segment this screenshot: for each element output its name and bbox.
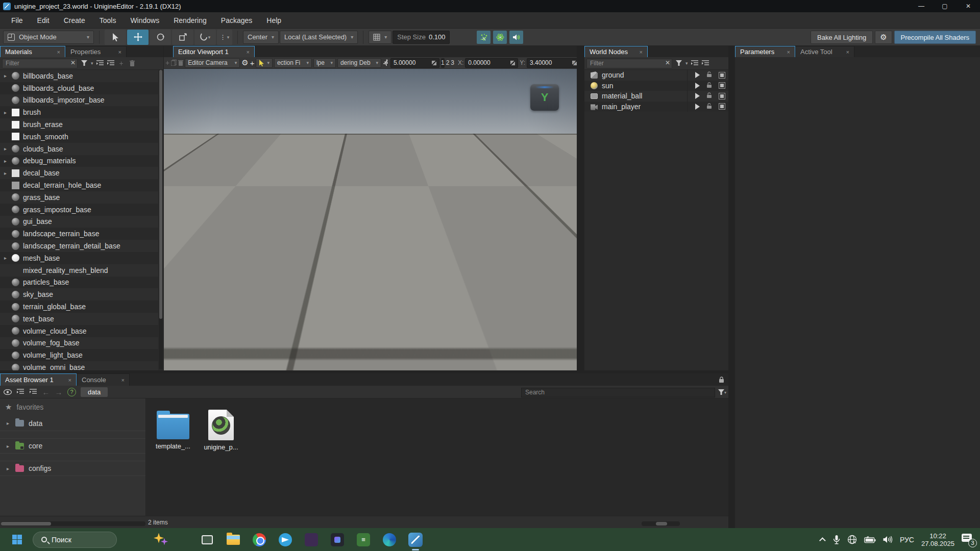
drag-resize-icon[interactable] bbox=[510, 61, 515, 65]
select-pointer-icon[interactable] bbox=[695, 104, 700, 110]
material-row[interactable]: gui_base bbox=[0, 216, 158, 228]
collapse-all-icon[interactable] bbox=[16, 388, 24, 396]
tab-asset-browser-1[interactable]: Asset Browser 1 × bbox=[0, 373, 77, 386]
move-tool-button[interactable] bbox=[127, 30, 149, 45]
material-row[interactable]: terrain_global_base bbox=[0, 300, 158, 313]
expander-icon[interactable]: ▸ bbox=[5, 466, 11, 471]
select-pointer-icon[interactable] bbox=[695, 83, 700, 89]
speed-preset-3[interactable]: 3 bbox=[451, 58, 454, 68]
select-pointer-icon[interactable] bbox=[695, 93, 700, 99]
filter-funnel-icon[interactable] bbox=[80, 59, 88, 67]
close-icon[interactable]: × bbox=[247, 49, 250, 55]
materials-filter-input[interactable] bbox=[2, 59, 78, 68]
visibility-eye-icon[interactable] bbox=[4, 388, 12, 396]
select-tool-button[interactable] bbox=[105, 30, 126, 45]
add-camera-icon[interactable]: + bbox=[165, 59, 169, 67]
material-row[interactable]: landscape_terrain_base bbox=[0, 228, 158, 240]
sound-toggle-button[interactable] bbox=[509, 31, 523, 44]
basis-combo[interactable]: Local (Last Selected) ▾ bbox=[280, 31, 358, 44]
taskbar-app-dark-app[interactable] bbox=[329, 531, 346, 548]
viewport-3d-view[interactable]: Y bbox=[164, 69, 577, 370]
taskbar-app-chrome[interactable] bbox=[251, 531, 268, 548]
speed-preset-2[interactable]: 2 bbox=[446, 58, 450, 68]
material-row[interactable]: grass_base bbox=[0, 191, 158, 204]
help-icon[interactable]: ? bbox=[67, 388, 76, 396]
unlock-icon[interactable] bbox=[706, 82, 712, 90]
tab-editor-viewport-1[interactable]: Editor Viewport 1 × bbox=[173, 46, 255, 57]
helpers-combo[interactable]: lpe ▾ bbox=[313, 58, 336, 68]
camera-combo[interactable]: Editor Camera ▾ bbox=[185, 58, 240, 68]
material-row[interactable]: billboards_cloud_base bbox=[0, 82, 158, 94]
taskbar-search-box[interactable]: Поиск bbox=[33, 532, 117, 548]
rotate-tool-button[interactable] bbox=[150, 30, 171, 45]
menu-item-file[interactable]: File bbox=[4, 12, 30, 29]
clear-filter-icon[interactable]: ✕ bbox=[665, 59, 670, 66]
close-icon[interactable]: × bbox=[121, 377, 125, 383]
duplicate-camera-icon[interactable] bbox=[171, 59, 177, 67]
material-row[interactable]: volume_omni_base bbox=[0, 361, 158, 370]
taskbar-app-green-app[interactable]: ≡ bbox=[355, 531, 372, 548]
tab-properties[interactable]: Properties × bbox=[65, 46, 127, 57]
physics-toggle-button[interactable] bbox=[493, 31, 507, 44]
sidebar-item-core[interactable]: ▸core bbox=[0, 438, 145, 454]
camera-settings-gear-icon[interactable]: ⚙ bbox=[241, 59, 248, 67]
expander-icon[interactable]: ▸ bbox=[3, 146, 8, 152]
particles-toggle-button[interactable] bbox=[477, 31, 491, 44]
start-button[interactable] bbox=[8, 531, 26, 548]
add-icon[interactable]: + bbox=[250, 59, 255, 67]
sidebar-item-data[interactable]: ▸data bbox=[0, 416, 145, 431]
material-row[interactable]: ▸decal_base bbox=[0, 167, 158, 179]
snap-tool-button[interactable]: ▾ bbox=[194, 30, 216, 45]
task-view-button[interactable] bbox=[199, 531, 216, 548]
enabled-checkbox-icon[interactable] bbox=[719, 103, 725, 110]
add-material-icon[interactable]: + bbox=[117, 59, 126, 67]
node-row-sun[interactable]: sun bbox=[584, 81, 728, 91]
scale-tool-button[interactable] bbox=[172, 30, 193, 45]
selection-filter-combo[interactable]: ection Fi ▾ bbox=[274, 58, 312, 68]
chevron-down-icon[interactable]: ▾ bbox=[91, 61, 93, 66]
material-row[interactable]: grass_impostor_base bbox=[0, 204, 158, 216]
notifications-button[interactable]: 3 bbox=[962, 534, 975, 546]
taskbar-app-edge[interactable] bbox=[381, 531, 398, 548]
microphone-icon[interactable] bbox=[833, 535, 840, 544]
drag-resize-icon[interactable] bbox=[432, 61, 436, 65]
nodes-filter-input[interactable] bbox=[586, 59, 672, 68]
close-icon[interactable]: × bbox=[57, 49, 60, 55]
taskbar-app-telegram[interactable] bbox=[277, 531, 294, 548]
material-row[interactable]: ▸brush bbox=[0, 106, 158, 118]
close-icon[interactable]: × bbox=[846, 49, 849, 55]
material-row[interactable]: mixed_reality_mesh_blend bbox=[0, 264, 158, 277]
maximize-button[interactable]: ▢ bbox=[933, 0, 957, 12]
material-row[interactable]: decal_terrain_hole_base bbox=[0, 179, 158, 191]
material-row[interactable]: ▸clouds_base bbox=[0, 143, 158, 155]
expander-icon[interactable]: ▸ bbox=[3, 110, 8, 115]
expander-icon[interactable]: ▸ bbox=[5, 443, 11, 449]
expander-icon[interactable]: ▸ bbox=[3, 158, 8, 164]
material-ball-object[interactable] bbox=[339, 160, 405, 225]
material-row[interactable]: brush_smooth bbox=[0, 131, 158, 143]
sidebar-item-favorites[interactable]: ★favorites bbox=[0, 398, 145, 416]
camera-speed-field[interactable]: 5.00000 bbox=[390, 58, 439, 68]
clear-filter-icon[interactable]: ✕ bbox=[70, 59, 76, 66]
menu-item-windows[interactable]: Windows bbox=[123, 12, 166, 29]
coord-y-field[interactable]: 3.40000 bbox=[527, 58, 577, 68]
close-icon[interactable]: × bbox=[640, 49, 643, 55]
bake-settings-button[interactable]: ⚙ bbox=[875, 31, 892, 44]
material-row[interactable]: brush_erase bbox=[0, 118, 158, 131]
file-item[interactable]: unigine_p... bbox=[202, 410, 240, 451]
unlock-icon[interactable] bbox=[706, 71, 712, 79]
unlock-icon[interactable] bbox=[706, 103, 712, 111]
file-item[interactable]: template_... bbox=[154, 410, 192, 450]
collapse-all-icon[interactable] bbox=[691, 59, 699, 67]
close-icon[interactable]: × bbox=[68, 377, 71, 383]
close-button[interactable]: ✕ bbox=[957, 0, 980, 12]
tab-materials[interactable]: Materials × bbox=[0, 46, 65, 57]
material-row[interactable]: ▸billboards_base bbox=[0, 70, 158, 82]
select-pointer-icon[interactable] bbox=[695, 72, 700, 78]
delete-camera-icon[interactable] bbox=[178, 59, 183, 67]
snap-grid-combo[interactable]: ▾ bbox=[369, 31, 391, 44]
object-mode-combo[interactable]: Object Mode ▾ bbox=[3, 31, 94, 44]
menu-item-rendering[interactable]: Rendering bbox=[166, 12, 214, 29]
back-arrow-icon[interactable]: ← bbox=[42, 388, 50, 396]
tab-active-tool[interactable]: Active Tool × bbox=[795, 46, 854, 57]
